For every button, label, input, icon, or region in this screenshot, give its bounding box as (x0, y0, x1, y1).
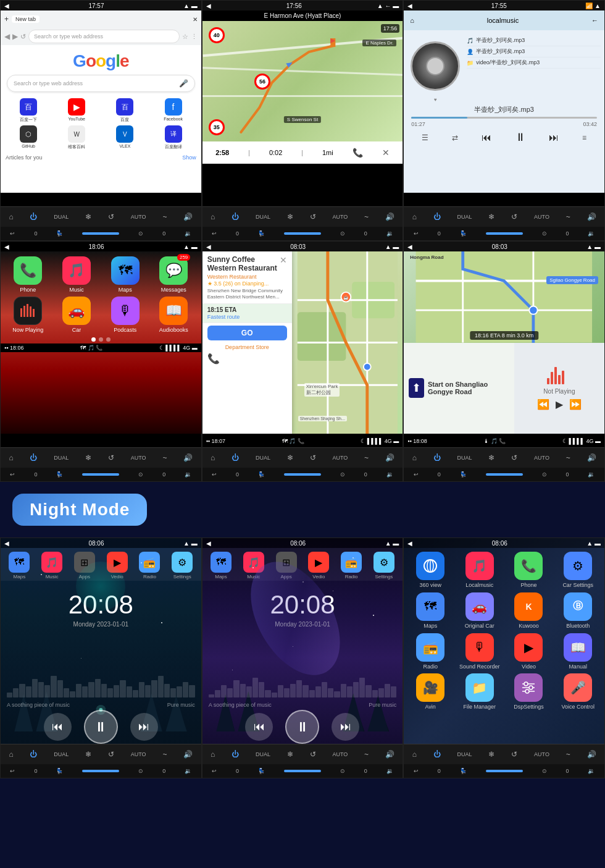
track-item-2[interactable]: 👤 半壶纱_刘珂矣.mp3 (467, 46, 601, 57)
quick-link-baidu2[interactable]: 百 百度 (102, 98, 148, 123)
napp-avin[interactable]: 🎥 Avin (407, 673, 453, 710)
app-audiobooks[interactable]: 📖 Audiobooks (151, 297, 196, 333)
nav-refresh[interactable]: ↺ (20, 33, 26, 41)
napp-localmusic[interactable]: 🎵 Localmusic (457, 552, 503, 589)
temp-slider[interactable] (82, 232, 119, 235)
snowflake-icon[interactable]: ❄ (85, 213, 91, 221)
nav-back[interactable]: ◀ (4, 32, 10, 41)
temp-slider-nav[interactable] (284, 232, 321, 235)
eq-icon[interactable]: ≡ (582, 133, 586, 142)
napp-filemanager[interactable]: 📁 File Manager (457, 673, 503, 710)
shuffle-icon[interactable]: ⇄ (452, 133, 458, 142)
rewind-icon[interactable]: ⏪ (537, 398, 549, 410)
napp-manual[interactable]: 📖 Manual (555, 633, 601, 670)
app-podcasts[interactable]: 🎙 Podcasts (102, 297, 148, 333)
split-bottom: ⬆ Start on Shangliao Gongye Road N (404, 343, 604, 434)
napp-360[interactable]: 360 view (407, 552, 453, 589)
play-night-2[interactable]: ⏸ (285, 710, 319, 744)
go-button[interactable]: GO (207, 326, 287, 340)
napp-video[interactable]: ▶ Video (506, 633, 552, 670)
slider-bar-cp: ↩ 0 💺 ⊙ 0 🔉 (1, 468, 201, 481)
power-btn-nav[interactable]: ⏻ (232, 213, 239, 221)
play-icon[interactable]: ▶ (556, 398, 563, 410)
url-bar[interactable]: Search or type web address (28, 30, 180, 43)
back-icon-napps[interactable]: ◀ (407, 540, 412, 547)
app-nowplaying[interactable]: Now Playing (6, 297, 51, 333)
quick-link-baidu[interactable]: 百 百度一下 (6, 98, 51, 123)
phone-icon[interactable]: 📞 (353, 148, 363, 158)
next-icon[interactable]: ⏭ (549, 132, 559, 143)
menu-icon[interactable]: ⋮ (191, 33, 198, 41)
back-icon-small[interactable]: ↩ (10, 230, 15, 237)
back-icon-nav[interactable]: ◀ (206, 2, 211, 9)
napp-recorder[interactable]: 🎙 Sound Recorder (457, 633, 503, 670)
home-btn-nav[interactable]: ⌂ (211, 213, 215, 221)
forward-icon[interactable]: ⏩ (569, 398, 582, 410)
back-icon-mpoi[interactable]: ◀ (206, 243, 211, 250)
quick-link-vlex[interactable]: V VLEX (102, 125, 148, 150)
fan-icon[interactable]: ~ (162, 213, 167, 221)
track-item-1[interactable]: 🎵 半壶纱_刘珂矣.mp3 (467, 35, 601, 46)
napp-originalcar[interactable]: 🚗 Original Car (457, 592, 503, 630)
volume-icon[interactable]: 🔊 (183, 213, 193, 221)
list-icon[interactable]: ☰ (422, 133, 428, 142)
quick-link-wiki[interactable]: W 维客百科 (54, 125, 99, 150)
back-icon[interactable]: ◀ (4, 2, 9, 9)
app-maps[interactable]: 🗺 Maps (102, 256, 148, 293)
track-item-3[interactable]: 📁 video/半壶纱_刘珂矣.mp3 (467, 57, 601, 69)
back-icon-split[interactable]: ◀ (407, 243, 412, 250)
quick-link-translate[interactable]: 译 百度翻译 (150, 125, 196, 150)
app-music[interactable]: 🎵 Music (54, 256, 99, 293)
next-night-1[interactable]: ⏭ (130, 713, 158, 741)
next-night-2[interactable]: ⏭ (332, 713, 359, 741)
slider-bar-napps: ↩ 0 💺 ⊙ 0 🔉 (404, 764, 604, 778)
napp-maps[interactable]: 🗺 Maps (407, 592, 453, 630)
quick-link-github[interactable]: ⬡ GitHub (6, 125, 51, 150)
play-pause-icon[interactable]: ⏸ (515, 131, 526, 144)
play-night-1[interactable]: ⏸ (84, 710, 118, 744)
prev-icon[interactable]: ⏮ (482, 132, 491, 143)
chrome-nav: ◀ ▶ ↺ Search or type web address ☆ ⋮ (1, 28, 201, 45)
quick-link-facebook[interactable]: f Facebook (150, 98, 196, 123)
app-phone[interactable]: 📞 Phone (6, 256, 51, 293)
power-btn[interactable]: ⏻ (30, 213, 37, 221)
progress-bar[interactable] (411, 117, 597, 119)
album-art (411, 41, 460, 91)
nav-forward[interactable]: ▶ (12, 32, 18, 41)
back-icon-carplay[interactable]: ◀ (4, 243, 9, 250)
napp-dspsettings[interactable]: DspSettings (506, 673, 552, 710)
home-icon-music[interactable]: ⌂ (410, 17, 414, 24)
napp-voicecontrol[interactable]: 🎤 Voice Control (555, 673, 601, 710)
prev-night-2[interactable]: ⏮ (245, 713, 273, 741)
back-small-nav[interactable]: ↩ (212, 230, 217, 237)
napp-phone[interactable]: 📞 Phone (506, 552, 552, 589)
route-sign: Sgliao Gongye Road (546, 276, 598, 284)
recirculate-icon[interactable]: ↺ (108, 213, 114, 221)
status-time-split: 08:03 (492, 243, 507, 250)
napp-radio[interactable]: 📻 Radio (407, 633, 453, 670)
prev-night-1[interactable]: ⏮ (44, 713, 72, 741)
svg-rect-7 (33, 309, 35, 317)
google-search-box[interactable]: Search or type web address 🎤 (7, 75, 195, 92)
svg-point-24 (530, 306, 538, 314)
close-nav-icon[interactable]: ✕ (382, 148, 390, 158)
back-icon-music[interactable]: ◀ (407, 2, 412, 9)
steer-icon[interactable]: ⊙ (138, 230, 143, 237)
back-btn-music[interactable]: ← (591, 17, 598, 24)
app-car[interactable]: 🚗 Car (54, 297, 99, 333)
phone-icon-poi[interactable]: 📞 (207, 353, 220, 364)
quick-link-youtube[interactable]: ▶ YouTube (54, 98, 99, 123)
napp-kuwooo[interactable]: K Kuwooo (506, 592, 552, 630)
bookmark-icon[interactable]: ☆ (182, 33, 188, 41)
temp-left: 0 (34, 230, 37, 237)
night-apps-grid: 360 view 🎵 Localmusic 📞 Phone ⚙ Car Sett… (404, 548, 604, 714)
app-messages[interactable]: 💬 259 Messages (151, 256, 196, 293)
home-btn[interactable]: ⌂ (9, 213, 13, 221)
volume-down[interactable]: 🔉 (185, 230, 191, 237)
panel-night-home2: ◀ 08:06 ▲ ▬ 🗺 Maps 🎵 Music ⊞ Apps ▶ Vedi… (202, 537, 404, 778)
napp-carsettings[interactable]: ⚙ Car Settings (555, 552, 601, 589)
temp-slider-music[interactable] (486, 232, 523, 235)
seat-icon[interactable]: 💺 (56, 230, 63, 237)
close-poi[interactable]: ✕ (280, 255, 287, 265)
napp-bluetooth[interactable]: Ⓑ Bluetooth (555, 592, 601, 630)
